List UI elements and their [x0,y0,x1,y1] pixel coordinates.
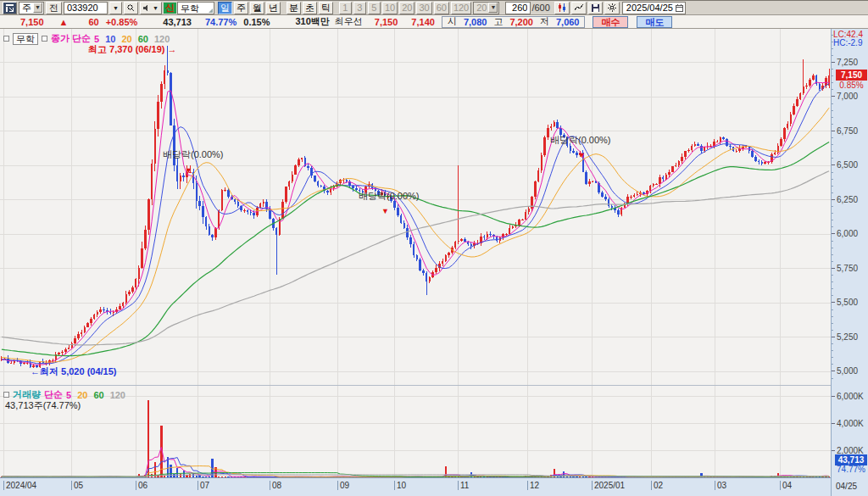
collapse-icon[interactable] [42,36,47,42]
axis-minor-tick [832,323,833,324]
axis-minor-tick [832,48,833,49]
axis-minor-tick [832,350,833,351]
quote-row: 7,150 ▲ 60 +0.85% 43,713 74.77% 0.15% 31… [0,15,868,29]
timeframe-button-1[interactable]: 주 [234,2,248,14]
volume-ma-label-60: 60 [93,390,103,400]
chart-area: 무학 종가 단순 5102060120 거래량 단순 52060120 43,7… [0,29,868,496]
chart-window-icon[interactable] [3,2,17,14]
axis-tick: 6,750 [832,126,858,135]
timeframe-button-2[interactable]: 월 [250,2,264,14]
price-ma-label-5: 5 [94,34,99,44]
timeframe-button-0[interactable]: 일 [218,2,232,14]
axis-minor-tick [832,378,833,379]
ex-dividend-marker-icon: ▼ [185,167,192,175]
prev-stock-button[interactable]: 전 [46,2,62,14]
ex-dividend-marker-icon: ▼ [381,208,389,215]
timeframe-group: 일주월년 [217,2,281,14]
axis-tick: 5,750 [832,264,858,272]
pane-splitter[interactable] [0,385,868,386]
axis-minor-tick [832,206,833,207]
axis-minor-tick [832,288,833,289]
amount-value: 310백만 [295,15,329,28]
subframe-group: 분초틱 [286,2,334,14]
price-ma-series-label: 종가 단순 [51,32,91,45]
bar-count-input[interactable] [505,2,531,14]
price-ma-label-10: 10 [105,34,115,44]
minute-group: 13510203060120 [338,2,472,14]
stock-name-field[interactable]: 무학 [177,2,214,14]
low-label: 저 [540,15,549,28]
date-label-7: 11 [458,481,469,490]
axis-tick: 6,000 [832,230,858,238]
chart-annotation-low: ←최저 5,020 (04/15) [31,365,117,378]
price-axis-panel: LC:42.4 HC:-2.9 7,2507,0006,7506,5006,25… [831,29,868,496]
axis-minor-tick [832,144,833,145]
axis-minor-tick [832,309,833,310]
collapse-icon[interactable] [3,36,9,42]
axis-tick: 6,250 [832,195,858,203]
best-ask: 7,150 [375,17,398,27]
minute-button-2[interactable]: 5 [368,2,381,14]
axis-minor-tick [832,117,833,118]
date-picker[interactable]: 2025/04/25 [622,2,686,14]
search-icon[interactable] [124,2,138,14]
minute-button-4[interactable]: 20 [399,2,415,14]
axis-minor-tick [832,179,833,180]
minute-button-5[interactable]: 30 [416,2,431,14]
price-ma-periods: 5102060120 [94,34,175,44]
candlestick-chart[interactable] [0,29,831,477]
open-label: 시 [448,15,457,28]
volume-ma-periods: 52060120 [66,390,131,400]
chart-annotation-high: 최고 7,370 (06/19) → [88,43,177,56]
timeframe-button-3[interactable]: 년 [266,2,281,14]
axis-minor-tick [832,75,833,76]
code-dropdown-button[interactable]: ▼ [109,2,122,14]
chart-toolbar: 주▼ 전 ▼ ▼ 신 무학 일주월년 분초틱 13510203060120 20… [0,1,868,15]
subframe-button-0[interactable]: 분 [287,2,301,14]
minute-button-0[interactable]: 1 [339,2,352,14]
axis-minor-tick [832,192,833,193]
axis-minor-tick [832,357,833,358]
turnover-pct: 0.15% [243,17,270,27]
date-label-5: 09 [337,481,349,490]
axis-tick: 6,500 [832,161,858,170]
current-price: 7,150 [20,17,44,27]
axis-tick: 6,000K [832,392,864,400]
stock-code-input[interactable] [64,2,108,14]
ohlc-box: 시 7,080 고 7,200 저 7,060 [442,16,586,28]
minute-button-3[interactable]: 10 [382,2,398,14]
settings-gear-icon[interactable] [604,2,620,14]
axis-minor-tick [832,275,833,276]
axis-minor-tick [832,261,833,262]
subframe-button-1[interactable]: 초 [303,2,317,14]
buy-button[interactable]: 매수 [593,16,628,28]
axis-minor-tick [832,110,833,111]
minute-combo[interactable]: 20▼ [473,2,499,14]
high-value: 7,200 [509,17,533,27]
sell-button[interactable]: 매도 [637,16,672,28]
new-stock-badge: 신 [164,3,176,14]
resize-grip-icon [209,8,213,13]
minute-button-1[interactable]: 3 [353,2,366,14]
speaker-icon[interactable]: ▼ [140,2,162,14]
minute-button-7[interactable]: 120 [451,2,471,14]
line-style-icon[interactable] [571,2,587,14]
save-icon[interactable] [588,2,603,14]
minute-combo-value: 20 [476,3,487,13]
symbol-label: 무학 [13,33,38,45]
date-label-9: 2025/01 [592,481,625,490]
axis-minor-tick [832,241,833,242]
candle-style-icon[interactable] [554,2,570,14]
axis-minor-tick [832,226,833,227]
axis-minor-tick [832,103,833,104]
chart-annotation-event: 배당락(0.00%) [163,148,224,161]
collapse-icon[interactable] [3,392,9,398]
minute-button-6[interactable]: 60 [434,2,449,14]
period-combo[interactable]: 주▼ [19,2,44,14]
period-combo-value: 주 [22,2,31,14]
subframe-button-2[interactable]: 틱 [319,2,333,14]
hc-value: HC:-2.9 [833,38,868,47]
date-label-10: 02 [651,481,663,490]
chart-annotation-event: 배당락(0.00%) [550,134,611,147]
current-price-badge: 7,150 [836,70,867,81]
